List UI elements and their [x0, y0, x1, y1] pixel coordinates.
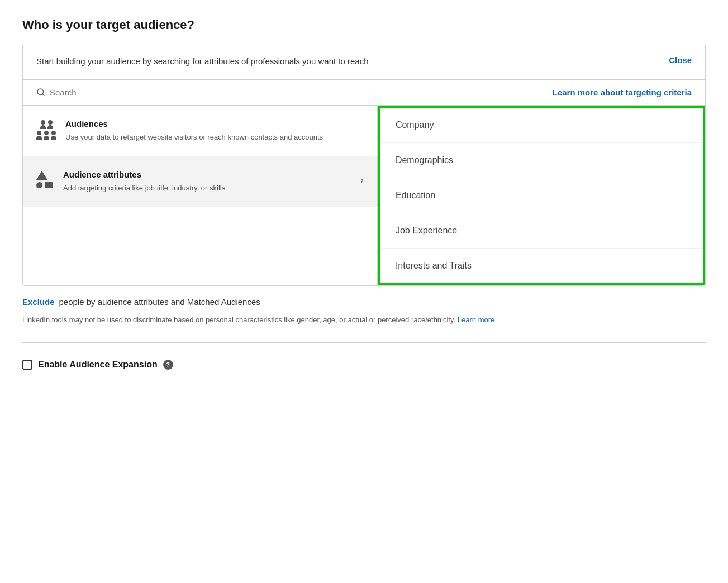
right-panel-demographics[interactable]: Demographics	[380, 143, 703, 178]
right-panel-company[interactable]: Company	[380, 108, 703, 143]
close-button[interactable]: Close	[669, 55, 692, 65]
disclaimer-learn-more-link[interactable]: Learn more	[458, 316, 494, 324]
search-input-wrapper	[36, 88, 249, 97]
audience-attributes-content: Audience attributes Add targeting criter…	[63, 170, 351, 194]
categories-container: Audiences Use your data to retarget webs…	[23, 106, 705, 285]
audience-panel: Start building your audience by searchin…	[22, 44, 706, 286]
audiences-icon	[36, 120, 56, 140]
chevron-right-icon: ›	[360, 174, 364, 186]
audience-attributes-title: Audience attributes	[63, 170, 351, 179]
disclaimer-text: LinkedIn tools may not be used to discri…	[22, 314, 706, 337]
enable-expansion-row: Enable Audience Expansion ?	[22, 354, 706, 375]
audience-attributes-desc: Add targeting criteria like job title, i…	[63, 183, 351, 194]
exclude-text: people by audience attributes and Matche…	[59, 297, 260, 307]
info-text: Start building your audience by searchin…	[36, 55, 369, 68]
audiences-title: Audiences	[65, 119, 364, 128]
right-panel-interests-traits[interactable]: Interests and Traits	[380, 249, 703, 283]
search-icon	[36, 88, 45, 97]
exclude-bar: Exclude people by audience attributes an…	[22, 286, 706, 314]
audience-attributes-icon	[36, 171, 54, 188]
right-panel-education[interactable]: Education	[380, 178, 703, 213]
audiences-content: Audiences Use your data to retarget webs…	[65, 119, 364, 143]
audience-attributes-item[interactable]: Audience attributes Add targeting criter…	[23, 156, 377, 207]
exclude-link[interactable]: Exclude	[22, 297, 55, 307]
enable-expansion-label: Enable Audience Expansion	[38, 360, 158, 370]
right-panel-job-experience[interactable]: Job Experience	[380, 213, 703, 249]
left-panel: Audiences Use your data to retarget webs…	[23, 106, 378, 285]
learn-more-targeting-link[interactable]: Learn more about targeting criteria	[553, 88, 692, 97]
audiences-item[interactable]: Audiences Use your data to retarget webs…	[23, 106, 377, 157]
help-icon[interactable]: ?	[163, 360, 173, 370]
right-panel: Company Demographics Education Job Exper…	[378, 106, 705, 285]
svg-line-1	[42, 94, 44, 95]
divider	[22, 342, 706, 343]
enable-expansion-checkbox[interactable]	[22, 360, 32, 370]
audiences-desc: Use your data to retarget website visito…	[65, 132, 364, 143]
search-bar: Learn more about targeting criteria	[23, 80, 705, 106]
page-title: Who is your target audience?	[22, 18, 706, 32]
search-input[interactable]	[50, 88, 249, 97]
info-bar: Start building your audience by searchin…	[23, 44, 705, 80]
